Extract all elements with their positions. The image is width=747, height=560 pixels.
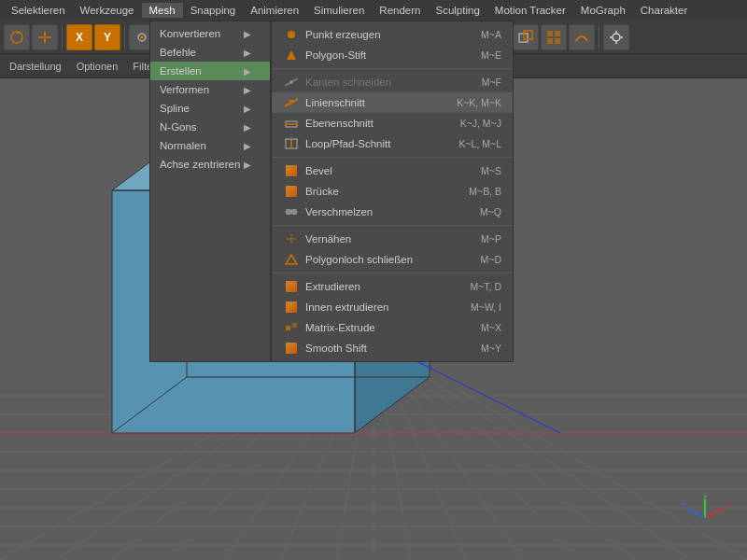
menu-simulieren[interactable]: Simulieren <box>306 3 372 18</box>
menu-motion-tracker[interactable]: Motion Tracker <box>487 3 573 18</box>
sep6 <box>599 26 599 49</box>
submenu-arrow: ▶ <box>244 66 251 77</box>
sep-2 <box>272 157 513 158</box>
ebenenschnitt-icon <box>283 117 300 130</box>
menu-verformen[interactable]: Verformen ▶ <box>150 80 270 99</box>
menu-normalen[interactable]: Normalen ▶ <box>150 136 270 155</box>
menu-left-column: Konvertieren ▶ Befehle ▶ Erstellen ▶ Ver… <box>149 21 271 362</box>
polygonloch-icon <box>283 253 300 266</box>
svg-text:x: x <box>726 500 728 510</box>
svg-point-85 <box>288 31 295 38</box>
menu-sculpting[interactable]: Sculpting <box>428 3 486 18</box>
submenu-arrow: ▶ <box>244 160 251 170</box>
loop-icon <box>283 137 300 150</box>
svg-point-8 <box>140 35 144 39</box>
submenu-arrow: ▶ <box>244 29 251 39</box>
svg-point-88 <box>289 80 293 84</box>
svg-marker-86 <box>287 50 296 60</box>
menu-mesh[interactable]: Mesh <box>142 3 183 18</box>
menu-linienschnitt[interactable]: Linienschnitt K~K, M~K <box>272 92 513 113</box>
boolean-btn[interactable] <box>513 24 539 50</box>
menu-ngons[interactable]: N-Gons ▶ <box>150 118 270 136</box>
menu-bevel[interactable]: Bevel M~S <box>272 161 513 181</box>
y-axis-btn[interactable]: Y <box>94 24 120 50</box>
menu-polygon-stift[interactable]: Polygon-Stift M~E <box>272 45 513 65</box>
tb2-optionen[interactable]: Optionen <box>73 59 122 74</box>
menubar: Selektieren Werkzeuge Mesh Snapping Anim… <box>0 0 747 21</box>
sep-1 <box>272 68 513 69</box>
linienschnitt-icon <box>283 96 300 109</box>
move-btn[interactable] <box>32 24 58 50</box>
matrix-btn[interactable] <box>541 24 567 50</box>
sep2 <box>124 26 125 49</box>
svg-point-95 <box>286 209 291 215</box>
menu-punkt-erzeugen[interactable]: Punkt erzeugen M~A <box>272 24 513 45</box>
sep-3 <box>272 225 513 226</box>
svg-line-79 <box>705 509 724 518</box>
svg-rect-35 <box>555 31 560 36</box>
menu-selektieren[interactable]: Selektieren <box>4 3 73 18</box>
svg-rect-100 <box>286 326 290 330</box>
menu-bruecke[interactable]: Brücke M~B, B <box>272 181 513 202</box>
x-axis-btn[interactable]: X <box>66 24 92 50</box>
menu-right-column: Punkt erzeugen M~A Polygon-Stift M~E Kan… <box>271 21 514 362</box>
menu-smooth-shift[interactable]: Smooth Shift M~Y <box>272 338 513 358</box>
submenu-arrow: ▶ <box>244 141 251 151</box>
menu-achse-zentrieren[interactable]: Achse zentrieren ▶ <box>150 155 270 174</box>
menu-kanten-schneiden[interactable]: Kanten schneiden M~F <box>272 72 513 92</box>
menu-verschmelzen[interactable]: Verschmelzen M~Q <box>272 202 513 222</box>
menu-werkzeuge[interactable]: Werkzeuge <box>73 3 142 18</box>
extrudieren-icon <box>283 280 300 293</box>
menu-erstellen[interactable]: Erstellen ▶ <box>150 62 270 80</box>
menu-polygonloch[interactable]: Polygonloch schließen M~D <box>272 249 513 270</box>
sep1 <box>62 26 63 49</box>
vernähen-icon <box>283 232 300 245</box>
menu-befehle[interactable]: Befehle ▶ <box>150 43 270 62</box>
svg-point-38 <box>613 34 620 41</box>
tb2-darstellung[interactable]: Darstellung <box>6 59 65 74</box>
light-btn[interactable] <box>603 24 629 50</box>
menu-loop-schnitt[interactable]: Loop/Pfad-Schnitt K~L, M~L <box>272 133 513 154</box>
verschmelzen-icon <box>283 205 300 218</box>
smooth-shift-icon <box>283 342 300 355</box>
dropdown-menu: Konvertieren ▶ Befehle ▶ Erstellen ▶ Ver… <box>149 21 514 362</box>
menu-rendern[interactable]: Rendern <box>372 3 428 18</box>
menu-innen-extrudieren[interactable]: Innen extrudieren M~W, I <box>272 297 513 317</box>
menu-konvertieren[interactable]: Konvertieren ▶ <box>150 24 270 43</box>
menu-extrudieren[interactable]: Extrudieren M~T, D <box>272 276 513 297</box>
axes-indicator: x y z <box>682 495 728 541</box>
bevel-menu-icon <box>283 164 300 177</box>
submenu-arrow: ▶ <box>244 48 251 58</box>
rotate-btn[interactable] <box>4 24 30 50</box>
polygon-stift-icon <box>283 49 300 62</box>
punkt-icon <box>283 28 300 41</box>
sep-4 <box>272 273 513 273</box>
svg-point-96 <box>291 209 297 215</box>
menu-ebenenschnitt[interactable]: Ebenenschnitt K~J, M~J <box>272 113 513 133</box>
svg-rect-37 <box>555 38 560 44</box>
svg-rect-34 <box>547 31 553 36</box>
submenu-arrow: ▶ <box>244 104 251 114</box>
submenu-arrow: ▶ <box>244 122 251 133</box>
matrix-extrude-icon <box>283 321 300 334</box>
svg-marker-99 <box>286 255 297 264</box>
menu-vernähen[interactable]: Vernähen M~P <box>272 229 513 249</box>
kanten-icon <box>283 76 300 89</box>
svg-line-83 <box>686 509 705 518</box>
svg-text:y: y <box>703 495 708 499</box>
bruecke-icon <box>283 185 300 198</box>
deform-btn[interactable] <box>569 24 595 50</box>
menu-spline[interactable]: Spline ▶ <box>150 99 270 118</box>
menu-mograph[interactable]: MoGraph <box>573 3 633 18</box>
menu-matrix-extrude[interactable]: Matrix-Extrude M~X <box>272 317 513 338</box>
svg-text:z: z <box>682 500 686 510</box>
svg-rect-101 <box>292 323 297 328</box>
menu-animieren[interactable]: Animieren <box>243 3 306 18</box>
menu-snapping[interactable]: Snapping <box>183 3 244 18</box>
menu-charakter[interactable]: Charakter <box>633 3 696 18</box>
innen-extrudieren-icon <box>283 301 300 314</box>
submenu-arrow: ▶ <box>244 85 251 95</box>
svg-rect-36 <box>547 38 553 44</box>
